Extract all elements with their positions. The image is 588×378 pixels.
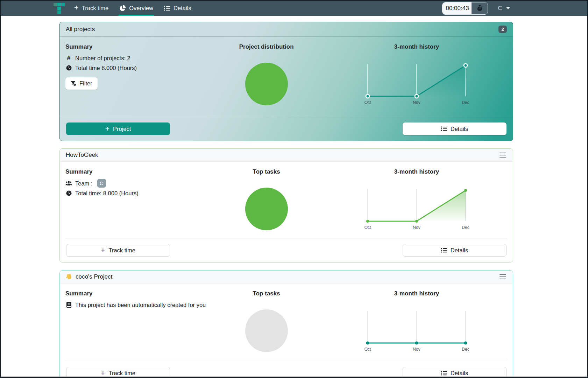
- history-column: 3-month history OctNovDec: [326, 290, 507, 361]
- list-icon: [441, 248, 447, 253]
- timer-widget: [442, 2, 488, 15]
- card-title: coco's Project: [76, 273, 112, 280]
- nav-overview[interactable]: Overview: [119, 1, 154, 16]
- top-tasks-heading: Top tasks: [207, 168, 326, 176]
- summary-column: Summary # Number of projects: 2 Total ti…: [65, 43, 207, 117]
- card-all-projects-header: All projects 2: [60, 22, 513, 37]
- card-howtogeek-header: HowToGeek: [60, 149, 513, 162]
- total-time-stat: Total time 8.000 (Hours): [65, 64, 207, 72]
- users-icon: [65, 181, 72, 186]
- card-cocos-project-footer: + Track time Details: [60, 361, 513, 378]
- total-time-text: Total time 8.000 (Hours): [75, 64, 137, 72]
- list-icon: [441, 371, 447, 376]
- history-heading: 3-month history: [326, 168, 507, 176]
- history-line-chart: OctNovDec: [364, 308, 469, 354]
- projects-count-stat: # Number of projects: 2: [65, 54, 207, 62]
- hash-icon: #: [65, 54, 72, 62]
- plus-icon: +: [74, 4, 79, 12]
- team-stat: Team : C: [65, 179, 207, 188]
- plus-icon: +: [101, 369, 105, 377]
- pie-chart-icon: [119, 5, 126, 12]
- track-time-button[interactable]: + Track time: [66, 367, 170, 378]
- user-initial: C: [498, 5, 502, 12]
- card-howtogeek: HowToGeek Summary Team : C: [59, 148, 513, 262]
- timer-input[interactable]: [442, 2, 472, 14]
- svg-text:Nov: Nov: [413, 225, 420, 230]
- clock-icon: [65, 190, 72, 196]
- card-menu-button[interactable]: [499, 151, 507, 160]
- stopwatch-button[interactable]: [472, 2, 488, 14]
- card-title: HowToGeek: [66, 152, 98, 159]
- nav-details-label: Details: [173, 5, 191, 12]
- card-howtogeek-body: Summary Team : C: [60, 162, 513, 238]
- nav-overview-label: Overview: [129, 5, 153, 12]
- nav-track-time[interactable]: + Track time: [73, 1, 109, 16]
- summary-heading: Summary: [65, 43, 207, 51]
- filter-icon: [71, 81, 76, 86]
- traggo-logo-icon: [54, 3, 65, 14]
- top-tasks-column: Top tasks: [207, 290, 326, 361]
- list-icon: [164, 6, 170, 11]
- distribution-heading: Project distribution: [207, 43, 326, 51]
- top-navbar: + Track time Overview Details: [1, 1, 587, 16]
- svg-text:Oct: Oct: [364, 225, 371, 230]
- svg-text:Nov: Nov: [413, 347, 420, 352]
- project-distribution-pie: [245, 63, 288, 105]
- track-time-button[interactable]: + Track time: [66, 244, 170, 257]
- card-cocos-project-header: coco's Project: [60, 271, 513, 284]
- navbar-right: C: [442, 1, 510, 16]
- details-button[interactable]: Details: [403, 122, 506, 135]
- traggo-logo[interactable]: [54, 1, 65, 16]
- svg-text:Nov: Nov: [413, 100, 420, 105]
- history-heading: 3-month history: [326, 43, 507, 51]
- svg-text:Dec: Dec: [462, 100, 469, 105]
- card-all-projects: All projects 2 Summary # Number of proje…: [59, 22, 513, 141]
- add-project-label: Project: [113, 126, 131, 132]
- distribution-column: Project distribution: [207, 43, 326, 117]
- history-column: 3-month history OctNovDec: [326, 168, 507, 238]
- top-tasks-pie-empty: [245, 309, 288, 352]
- summary-column: Summary This project has been automatica…: [65, 290, 207, 361]
- history-column: 3-month history OctNovDec: [326, 43, 507, 117]
- history-heading: 3-month history: [326, 290, 507, 298]
- description-stat: This project has been automatically crea…: [65, 301, 207, 309]
- filter-label: Filter: [79, 80, 92, 87]
- filter-button[interactable]: Filter: [65, 77, 98, 90]
- stopwatch-icon: [477, 5, 483, 12]
- track-time-label: Track time: [108, 247, 135, 254]
- top-tasks-heading: Top tasks: [207, 290, 326, 298]
- projects-count-text: Number of projects: 2: [75, 54, 130, 62]
- summary-column: Summary Team : C: [65, 168, 207, 238]
- chevron-down-icon: [506, 7, 510, 9]
- details-button[interactable]: Details: [403, 244, 506, 257]
- details-label: Details: [451, 247, 468, 254]
- clock-icon: [65, 65, 72, 71]
- track-time-label: Track time: [108, 370, 135, 377]
- total-time-stat: Total time: 8.000 (Hours): [65, 189, 207, 197]
- history-line-chart: OctNovDec: [364, 186, 469, 232]
- description-text: This project has been automatically crea…: [75, 301, 206, 309]
- card-all-projects-footer: + Project Details: [60, 117, 513, 141]
- card-cocos-project: coco's Project Summary This project has …: [59, 270, 513, 378]
- nav-details[interactable]: Details: [163, 1, 192, 16]
- total-time-text: Total time: 8.000 (Hours): [75, 189, 139, 197]
- details-button[interactable]: Details: [403, 367, 506, 378]
- book-icon: [65, 302, 72, 308]
- project-count-badge: 2: [498, 26, 507, 33]
- svg-text:Oct: Oct: [364, 100, 371, 105]
- card-all-projects-body: Summary # Number of projects: 2 Total ti…: [60, 37, 513, 117]
- top-tasks-pie: [245, 188, 288, 230]
- svg-text:Dec: Dec: [462, 225, 469, 230]
- top-tasks-column: Top tasks: [207, 168, 326, 238]
- plus-icon: +: [101, 246, 105, 254]
- svg-text:Dec: Dec: [462, 347, 469, 352]
- details-label: Details: [451, 126, 468, 132]
- list-icon: [441, 126, 447, 131]
- nav-track-time-label: Track time: [82, 5, 108, 12]
- card-menu-button[interactable]: [499, 273, 507, 281]
- team-member-avatar[interactable]: C: [97, 179, 106, 188]
- user-menu[interactable]: C: [498, 5, 510, 12]
- app-window: + Track time Overview Details: [0, 0, 588, 378]
- summary-heading: Summary: [65, 168, 207, 176]
- add-project-button[interactable]: + Project: [66, 122, 170, 135]
